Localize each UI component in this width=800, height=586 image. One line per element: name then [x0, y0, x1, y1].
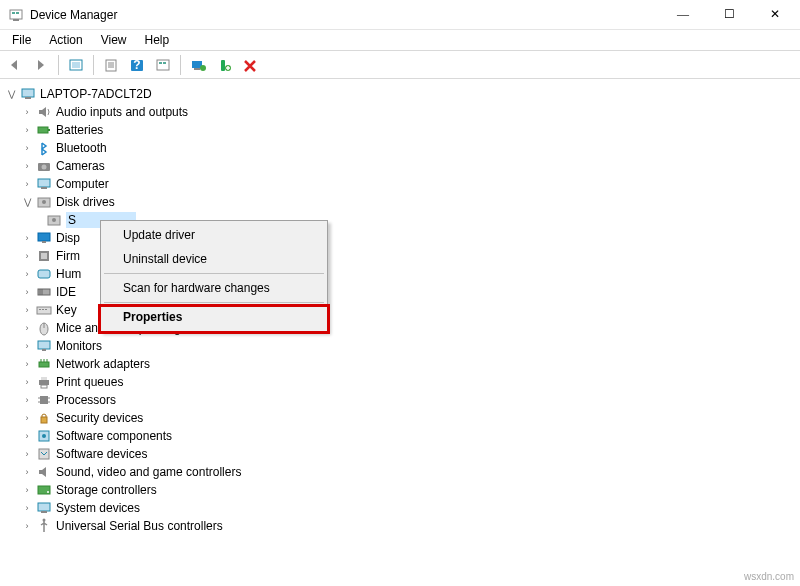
context-item[interactable]: Properties: [103, 305, 325, 329]
tree-node[interactable]: ›Monitors: [4, 337, 796, 355]
node-label: Key: [56, 303, 77, 317]
expander-icon[interactable]: ›: [20, 393, 34, 407]
battery-icon: [36, 122, 52, 138]
printer-icon: [36, 374, 52, 390]
tree-node[interactable]: ⋁Disk drives: [4, 193, 796, 211]
tree-node[interactable]: ›Bluetooth: [4, 139, 796, 157]
svg-point-17: [200, 65, 206, 71]
expander-icon[interactable]: ›: [20, 339, 34, 353]
context-item[interactable]: Scan for hardware changes: [103, 276, 325, 300]
node-label: System devices: [56, 501, 140, 515]
svg-rect-16: [194, 68, 200, 70]
tree-node[interactable]: ›Audio inputs and outputs: [4, 103, 796, 121]
expander-icon[interactable]: ›: [20, 267, 34, 281]
expander-icon[interactable]: ›: [20, 231, 34, 245]
menu-action[interactable]: Action: [41, 31, 90, 49]
monitor-icon: [36, 338, 52, 354]
expander-icon[interactable]: ›: [20, 519, 34, 533]
expander-icon[interactable]: ›: [20, 177, 34, 191]
expander-icon[interactable]: ›: [20, 411, 34, 425]
expander-icon[interactable]: ⋁: [4, 87, 18, 101]
help-button[interactable]: ?: [126, 54, 148, 76]
tree-node[interactable]: ›Software components: [4, 427, 796, 445]
tree-node[interactable]: ›Cameras: [4, 157, 796, 175]
expander-icon[interactable]: ›: [20, 159, 34, 173]
expander-icon[interactable]: ›: [20, 141, 34, 155]
context-item[interactable]: Update driver: [103, 223, 325, 247]
tree-node[interactable]: ›Universal Serial Bus controllers: [4, 517, 796, 535]
svg-rect-22: [38, 127, 48, 133]
tree-node[interactable]: ›Sound, video and game controllers: [4, 463, 796, 481]
tree-node[interactable]: ›Security devices: [4, 409, 796, 427]
maximize-button[interactable]: ☐: [706, 0, 752, 30]
software-dev-icon: [36, 446, 52, 462]
node-label: Disk drives: [56, 195, 115, 209]
context-item[interactable]: Uninstall device: [103, 247, 325, 271]
expander-icon[interactable]: ›: [20, 375, 34, 389]
node-label: Cameras: [56, 159, 105, 173]
node-label: Storage controllers: [56, 483, 157, 497]
app-icon: [8, 7, 24, 23]
menu-file[interactable]: File: [4, 31, 39, 49]
expander-icon[interactable]: ›: [20, 249, 34, 263]
tree-node[interactable]: ›Print queues: [4, 373, 796, 391]
node-label: Firm: [56, 249, 80, 263]
svg-rect-63: [39, 449, 49, 459]
expander-icon[interactable]: ›: [20, 447, 34, 461]
svg-rect-13: [159, 62, 162, 64]
watermark: wsxdn.com: [744, 571, 794, 582]
computer-icon: [36, 176, 52, 192]
expander-icon[interactable]: ›: [20, 303, 34, 317]
expander-icon[interactable]: ›: [20, 465, 34, 479]
menu-help[interactable]: Help: [137, 31, 178, 49]
system-icon: [36, 500, 52, 516]
disk-icon: [36, 194, 52, 210]
svg-point-25: [42, 165, 47, 170]
svg-rect-1: [12, 12, 15, 14]
svg-rect-3: [13, 19, 19, 21]
tree-root[interactable]: ⋁LAPTOP-7ADCLT2D: [4, 85, 796, 103]
expander-icon[interactable]: ›: [20, 123, 34, 137]
svg-point-65: [47, 491, 49, 493]
svg-rect-35: [41, 253, 47, 259]
tree-node[interactable]: ›Storage controllers: [4, 481, 796, 499]
svg-rect-55: [40, 396, 48, 404]
hid-icon: [36, 266, 52, 282]
tree-node[interactable]: ›Batteries: [4, 121, 796, 139]
expander-icon[interactable]: ›: [20, 357, 34, 371]
forward-button[interactable]: [30, 54, 52, 76]
update-driver-button[interactable]: [187, 54, 209, 76]
tree-node[interactable]: ›Computer: [4, 175, 796, 193]
expander-icon[interactable]: ›: [20, 501, 34, 515]
node-label: Software devices: [56, 447, 147, 461]
expander-icon[interactable]: ›: [20, 429, 34, 443]
tree-node[interactable]: ›Software devices: [4, 445, 796, 463]
toolbar-divider: [93, 55, 94, 75]
refresh-button[interactable]: [152, 54, 174, 76]
minimize-button[interactable]: —: [660, 0, 706, 30]
window-controls: — ☐ ✕: [660, 0, 798, 30]
titlebar: Device Manager — ☐ ✕: [0, 0, 800, 30]
expander-icon[interactable]: ›: [20, 285, 34, 299]
expander-icon[interactable]: ›: [20, 321, 34, 335]
svg-rect-20: [22, 89, 34, 97]
context-separator: [104, 302, 324, 303]
expander-icon[interactable]: ›: [20, 105, 34, 119]
storage-icon: [36, 482, 52, 498]
uninstall-button[interactable]: [213, 54, 235, 76]
tree-node[interactable]: ›System devices: [4, 499, 796, 517]
properties-button[interactable]: [100, 54, 122, 76]
tree-node[interactable]: ›Network adapters: [4, 355, 796, 373]
tree-node[interactable]: ›Processors: [4, 391, 796, 409]
svg-text:?: ?: [133, 58, 140, 72]
menu-view[interactable]: View: [93, 31, 135, 49]
svg-rect-14: [163, 62, 166, 64]
node-label: Sound, video and game controllers: [56, 465, 241, 479]
close-button[interactable]: ✕: [752, 0, 798, 30]
expander-icon[interactable]: ⋁: [20, 195, 34, 209]
expander-icon[interactable]: ›: [20, 483, 34, 497]
back-button[interactable]: [4, 54, 26, 76]
svg-point-29: [42, 200, 46, 204]
disable-button[interactable]: [239, 54, 261, 76]
show-hidden-button[interactable]: [65, 54, 87, 76]
